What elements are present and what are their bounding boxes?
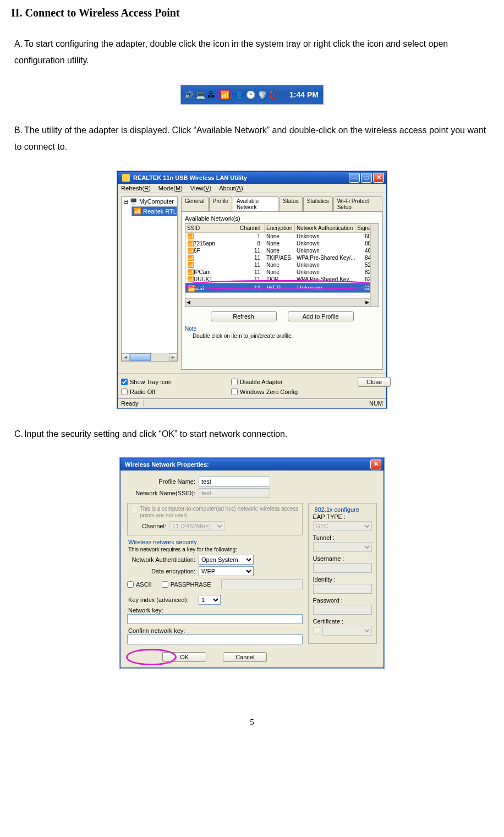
certificate-label: Certificate : — [313, 618, 372, 625]
profile-name-input[interactable] — [199, 477, 270, 486]
msn-icon[interactable]: 👤 — [234, 91, 244, 99]
volume-icon[interactable]: 🔊 — [184, 91, 194, 99]
network-header: SSID Channel Encryption Network Authenti… — [185, 224, 379, 233]
key-index-select[interactable]: 1 — [199, 595, 221, 605]
paragraph-b: B.The utility of the adapter is displaye… — [14, 122, 493, 156]
refresh-button[interactable]: Refresh — [211, 311, 277, 321]
show-tray-checkbox[interactable]: Show Tray Icon — [121, 377, 231, 387]
cell-channel: 11 — [238, 269, 265, 276]
close-button-bottom[interactable]: Close — [358, 377, 391, 387]
network-icon[interactable]: 🖧 — [207, 91, 215, 99]
network-list[interactable]: SSID Channel Encryption Network Authenti… — [185, 223, 379, 307]
cell-ssid: IPCam — [194, 269, 211, 275]
clock-sync-icon[interactable]: 🕑 — [246, 91, 255, 99]
cell-channel: 1 — [238, 233, 265, 240]
cell-encryption: None — [265, 261, 295, 269]
menu-mode[interactable]: Mode(M) — [158, 185, 183, 192]
menu-about[interactable]: About(A) — [219, 185, 243, 192]
header-channel[interactable]: Channel — [238, 224, 265, 232]
block-icon[interactable]: 🚫 — [269, 91, 278, 99]
tab-profile[interactable]: Profile — [209, 196, 232, 211]
net-auth-select[interactable]: Open System — [199, 555, 254, 565]
scroll-right-icon[interactable]: ► — [169, 353, 177, 361]
cell-ssid: test — [194, 285, 204, 291]
confirm-key-input[interactable] — [127, 634, 303, 644]
tab-general[interactable]: General — [181, 196, 209, 211]
header-ssid[interactable]: SSID — [185, 224, 238, 232]
list-scrollbar-v[interactable] — [370, 224, 379, 307]
note-box: Note Double click on item to join/create… — [185, 326, 379, 339]
cancel-button[interactable]: Cancel — [223, 652, 267, 662]
titlebar[interactable]: REALTEK 11n USB Wireless LAN Utility — □… — [118, 172, 386, 184]
tree-root[interactable]: MyComputer — [139, 198, 174, 205]
menu-refresh[interactable]: Refresh(R) — [121, 185, 151, 192]
add-to-profile-button[interactable]: Add to Profile — [288, 311, 354, 321]
signal-icon: 📶 — [187, 255, 193, 260]
signal-icon: 📶 — [187, 269, 193, 275]
ssid-label: Network Name(SSID): — [127, 490, 199, 496]
scroll-left-icon[interactable]: ◄ — [122, 353, 130, 361]
password-label: Password : — [313, 597, 372, 604]
cell-channel: 8 — [238, 240, 265, 247]
shield-icon[interactable]: 🛡️ — [258, 91, 267, 99]
data-enc-label: Data encryption: — [127, 568, 199, 575]
props-titlebar[interactable]: Wireless Network Properties: ✕ — [120, 458, 384, 471]
eap-type-label: EAP TYPE : — [313, 513, 372, 520]
signal-icon: 📶 — [187, 276, 193, 282]
header-encryption[interactable]: Encryption — [265, 224, 295, 232]
passphrase-checkbox[interactable]: PASSPHRASE — [162, 581, 215, 588]
device-tree[interactable]: ⊟🖥️MyComputer 📶Realtek RTL8191SU ◄ ► — [121, 196, 178, 362]
status-ready: Ready — [121, 400, 144, 407]
passphrase-input — [221, 579, 303, 589]
system-tray: 🔊 💻 🖧 📶 👤 🕑 🛡️ 🚫 1:44 PM — [180, 85, 324, 105]
tree-collapse-icon[interactable]: ⊟ — [123, 198, 128, 205]
note-label: Note — [185, 326, 379, 332]
available-network-label: Available Network(s) — [185, 215, 379, 222]
identity-input — [313, 584, 372, 594]
ok-button[interactable]: OK — [162, 652, 206, 662]
tab-status[interactable]: Status — [279, 196, 302, 211]
tab-statistics[interactable]: Statistics — [303, 196, 333, 211]
network-row[interactable]: 📶test11WEPUnknown68% — [185, 283, 379, 293]
network-row[interactable]: 📶11TKIP/AESWPA Pre-Shared Key/...84% — [185, 254, 379, 261]
cell-encryption: None — [265, 269, 295, 276]
wireless-utility-icon[interactable]: 📶 — [220, 90, 229, 99]
cell-encryption: TKIP/AES — [265, 254, 295, 261]
tab-wps[interactable]: Wi-Fi Protect Setup — [333, 196, 382, 211]
network-row[interactable]: 📶1NoneUnknown60% — [185, 233, 379, 240]
network-row[interactable]: 📶UUUKT11TKIPWPA Pre-Shared Key62% — [185, 276, 379, 283]
radio-off-checkbox[interactable]: Radio Off — [121, 389, 231, 395]
username-input — [313, 563, 372, 573]
scroll-right-icon[interactable]: ► — [364, 299, 370, 307]
maximize-button[interactable]: □ — [361, 173, 372, 183]
list-scrollbar-h[interactable]: ◄ ► — [185, 298, 370, 307]
username-label: Username : — [313, 555, 372, 562]
disable-adapter-checkbox[interactable]: Disable Adapter — [231, 377, 352, 387]
tree-adapter[interactable]: Realtek RTL8191SU — [143, 208, 178, 215]
ascii-checkbox[interactable]: ASCII — [127, 581, 155, 588]
scroll-thumb[interactable] — [130, 353, 151, 361]
wzc-checkbox[interactable]: Windows Zero Config — [231, 389, 352, 395]
scroll-left-icon[interactable]: ◄ — [185, 299, 191, 307]
signal-icon: 📶 — [187, 240, 193, 246]
close-button[interactable]: ✕ — [373, 173, 384, 183]
props-close-button[interactable]: ✕ — [370, 459, 381, 469]
tray-clock: 1:44 PM — [289, 90, 323, 99]
header-auth[interactable]: Network Authentication — [295, 224, 355, 232]
network-row[interactable]: 📶11NoneUnknown52% — [185, 261, 379, 269]
menu-view[interactable]: View(V) — [190, 185, 211, 192]
network-row[interactable]: 📶6F11NoneUnknown46% — [185, 247, 379, 254]
monitor-icon[interactable]: 💻 — [196, 91, 205, 99]
cell-channel: 11 — [238, 261, 265, 269]
tree-scrollbar[interactable]: ◄ ► — [122, 353, 177, 361]
network-row[interactable]: 📶7215apn8NoneUnknown80% — [185, 240, 379, 247]
minimize-button[interactable]: — — [349, 173, 360, 183]
network-key-input[interactable] — [127, 614, 303, 624]
cell-encryption: None — [265, 247, 295, 254]
identity-label: Identity : — [313, 576, 372, 583]
tunnel-label: Tunnel : — [313, 534, 372, 541]
tab-available-network[interactable]: Available Network — [233, 196, 278, 211]
data-enc-select[interactable]: WEP — [199, 566, 254, 576]
network-row[interactable]: 📶IPCam11NoneUnknown82% — [185, 269, 379, 276]
note-text: Double click on item to join/create prof… — [185, 333, 379, 339]
